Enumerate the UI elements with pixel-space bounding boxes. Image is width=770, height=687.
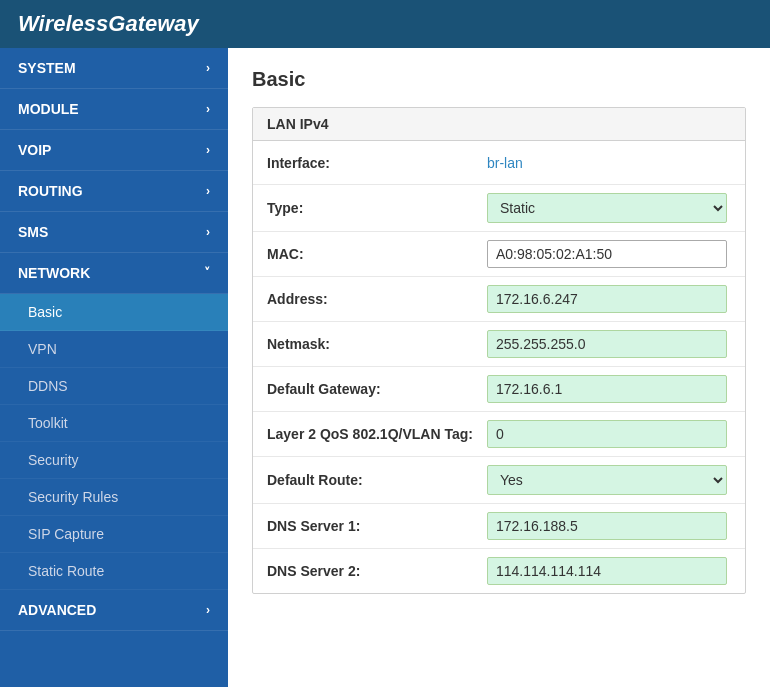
sidebar-label-system: SYSTEM (18, 60, 76, 76)
section-header: LAN IPv4 (253, 108, 745, 141)
chevron-right-icon: › (206, 102, 210, 116)
value-layer2-qos (487, 420, 731, 448)
chevron-right-icon: › (206, 603, 210, 617)
label-address: Address: (267, 291, 487, 307)
sidebar-item-system[interactable]: SYSTEM › (0, 48, 228, 89)
sidebar-sub-item-security[interactable]: Security (0, 442, 228, 479)
value-dns2 (487, 557, 731, 585)
field-layer2-qos: Layer 2 QoS 802.1Q/VLAN Tag: (253, 412, 745, 457)
content-area: Basic LAN IPv4 Interface: br-lan Type: S… (228, 48, 770, 687)
value-netmask (487, 330, 731, 358)
field-dns1: DNS Server 1: (253, 504, 745, 549)
sidebar-item-advanced[interactable]: ADVANCED › (0, 590, 228, 631)
value-interface: br-lan (487, 155, 731, 171)
mac-input[interactable] (487, 240, 727, 268)
field-default-gateway: Default Gateway: (253, 367, 745, 412)
sidebar-sub-item-toolkit[interactable]: Toolkit (0, 405, 228, 442)
address-input[interactable] (487, 285, 727, 313)
dns1-input[interactable] (487, 512, 727, 540)
default-gateway-input[interactable] (487, 375, 727, 403)
field-dns2: DNS Server 2: (253, 549, 745, 593)
sidebar-label-voip: VOIP (18, 142, 51, 158)
sidebar: SYSTEM › MODULE › VOIP › ROUTING › SMS ›… (0, 48, 228, 687)
label-type: Type: (267, 200, 487, 216)
app-header: WirelessGateway (0, 0, 770, 48)
layer2-qos-input[interactable] (487, 420, 727, 448)
sidebar-label-network: NETWORK (18, 265, 90, 281)
sidebar-item-network[interactable]: NETWORK ˅ (0, 253, 228, 294)
type-select[interactable]: Static DHCP (487, 193, 727, 223)
label-dns1: DNS Server 1: (267, 518, 487, 534)
sidebar-sub-item-security-rules[interactable]: Security Rules (0, 479, 228, 516)
dns2-input[interactable] (487, 557, 727, 585)
sidebar-sub-item-vpn[interactable]: VPN (0, 331, 228, 368)
chevron-right-icon: › (206, 61, 210, 75)
lan-ipv4-section: LAN IPv4 Interface: br-lan Type: Static … (252, 107, 746, 594)
value-default-gateway (487, 375, 731, 403)
sidebar-item-sms[interactable]: SMS › (0, 212, 228, 253)
sidebar-label-advanced: ADVANCED (18, 602, 96, 618)
field-mac: MAC: (253, 232, 745, 277)
field-netmask: Netmask: (253, 322, 745, 367)
value-default-route: Yes No (487, 465, 731, 495)
label-layer2-qos: Layer 2 QoS 802.1Q/VLAN Tag: (267, 426, 487, 442)
label-dns2: DNS Server 2: (267, 563, 487, 579)
label-mac: MAC: (267, 246, 487, 262)
field-type: Type: Static DHCP (253, 185, 745, 232)
value-address (487, 285, 731, 313)
label-default-gateway: Default Gateway: (267, 381, 487, 397)
app-title: WirelessGateway (18, 11, 199, 37)
label-netmask: Netmask: (267, 336, 487, 352)
sidebar-item-routing[interactable]: ROUTING › (0, 171, 228, 212)
field-default-route: Default Route: Yes No (253, 457, 745, 504)
label-interface: Interface: (267, 155, 487, 171)
page-title: Basic (252, 68, 746, 91)
sidebar-sub-item-ddns[interactable]: DDNS (0, 368, 228, 405)
sidebar-sub-item-basic[interactable]: Basic (0, 294, 228, 331)
sidebar-sub-item-static-route[interactable]: Static Route (0, 553, 228, 590)
netmask-input[interactable] (487, 330, 727, 358)
sidebar-label-sms: SMS (18, 224, 48, 240)
label-default-route: Default Route: (267, 472, 487, 488)
chevron-right-icon: › (206, 143, 210, 157)
sidebar-label-module: MODULE (18, 101, 79, 117)
chevron-down-icon: ˅ (204, 266, 210, 280)
value-type: Static DHCP (487, 193, 731, 223)
chevron-right-icon: › (206, 184, 210, 198)
field-interface: Interface: br-lan (253, 141, 745, 185)
sidebar-label-routing: ROUTING (18, 183, 83, 199)
value-mac (487, 240, 731, 268)
sidebar-item-module[interactable]: MODULE › (0, 89, 228, 130)
field-address: Address: (253, 277, 745, 322)
interface-link[interactable]: br-lan (487, 155, 523, 171)
sidebar-item-voip[interactable]: VOIP › (0, 130, 228, 171)
sidebar-sub-item-sip-capture[interactable]: SIP Capture (0, 516, 228, 553)
chevron-right-icon: › (206, 225, 210, 239)
default-route-select[interactable]: Yes No (487, 465, 727, 495)
value-dns1 (487, 512, 731, 540)
